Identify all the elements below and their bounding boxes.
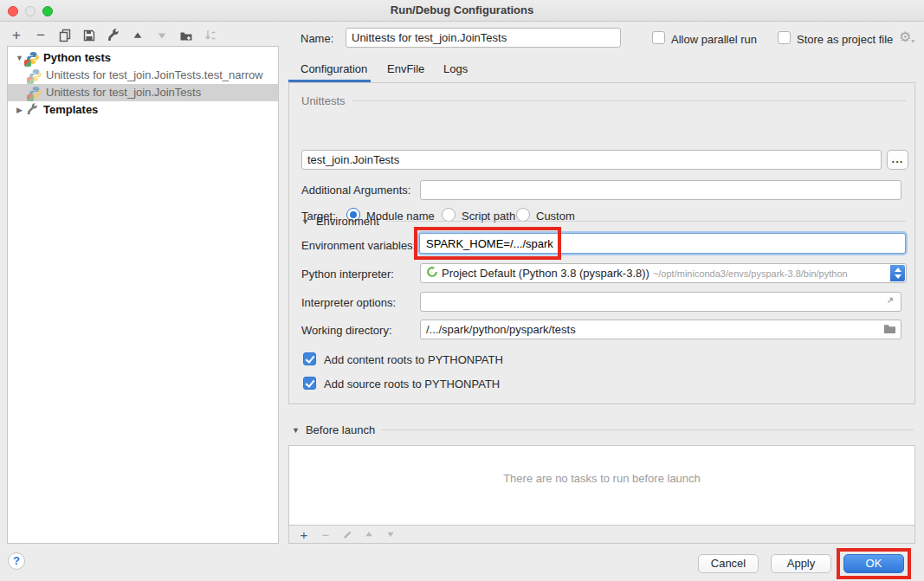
tree-item-templates[interactable]: ▶ Templates — [8, 101, 278, 119]
python-interpreter-label: Python interpreter: — [301, 268, 394, 281]
edit-task-icon[interactable] — [340, 527, 354, 541]
unittests-group-header: Unittests — [301, 94, 906, 107]
environment-variables-input[interactable] — [419, 233, 906, 254]
copy-configuration-icon[interactable] — [55, 26, 74, 45]
store-settings-gear-icon[interactable]: ⚙▾ — [899, 29, 914, 45]
tree-item-label: Templates — [43, 101, 98, 119]
working-directory-input[interactable] — [420, 320, 901, 339]
tab-configuration[interactable]: Configuration — [300, 59, 367, 80]
move-down-icon[interactable] — [152, 26, 171, 45]
environment-variables-label: Environment variables: — [301, 239, 416, 252]
edit-templates-wrench-icon[interactable] — [104, 26, 123, 45]
save-configuration-icon[interactable] — [80, 26, 99, 45]
add-source-roots-label: Add source roots to PYTHONPATH — [324, 378, 500, 391]
module-name-input[interactable] — [301, 150, 882, 170]
move-task-down-icon[interactable] — [384, 527, 397, 541]
tree-item-unittests-jointests[interactable]: Unittests for test_join.JoinTests — [8, 84, 278, 101]
before-launch-empty-text: There are no tasks to run before launch — [289, 472, 914, 485]
python-interpreter-select[interactable]: Project Default (Python 3.8 (pyspark-3.8… — [420, 263, 907, 283]
working-directory-label: Working directory: — [301, 324, 392, 337]
help-button[interactable]: ? — [8, 552, 25, 570]
add-content-roots-checkbox[interactable] — [303, 352, 316, 365]
run-debug-configurations-dialog: Run/Debug Configurations + − ▼ — [0, 0, 924, 581]
configurations-toolbar: + − — [7, 25, 220, 46]
environment-group-header[interactable]: ▼ Environment — [301, 215, 906, 228]
add-source-roots-checkbox[interactable] — [303, 377, 316, 390]
python-tests-icon — [26, 51, 40, 65]
test-overlay-icon — [27, 77, 34, 84]
templates-wrench-icon — [26, 103, 40, 117]
apply-button[interactable]: Apply — [771, 554, 831, 573]
tab-envfile[interactable]: EnvFile — [387, 59, 424, 80]
cancel-button[interactable]: Cancel — [698, 554, 759, 573]
window-title: Run/Debug Configurations — [0, 3, 924, 16]
titlebar: Run/Debug Configurations — [0, 0, 924, 22]
interpreter-options-input[interactable] — [420, 292, 901, 312]
tree-item-label: Unittests for test_join.JoinTests — [46, 84, 201, 101]
expanded-arrow-icon[interactable]: ▼ — [15, 49, 24, 67]
unittests-group-label: Unittests — [301, 94, 346, 107]
name-input[interactable] — [346, 28, 621, 48]
python-test-icon — [29, 86, 42, 100]
name-label: Name: — [300, 32, 333, 45]
collapse-environment-icon[interactable]: ▼ — [301, 217, 309, 226]
store-as-project-file-checkbox[interactable] — [778, 31, 791, 44]
tree-item-python-tests[interactable]: ▼ Python tests — [8, 49, 278, 67]
python-test-icon — [29, 68, 42, 82]
interpreter-dropdown-stepper[interactable] — [890, 265, 905, 281]
move-up-icon[interactable] — [128, 26, 147, 45]
ok-button[interactable]: OK — [843, 554, 904, 573]
test-overlay-icon — [27, 94, 34, 101]
remove-configuration-icon[interactable]: − — [31, 26, 50, 45]
sort-configurations-icon[interactable] — [201, 26, 220, 45]
browse-module-button[interactable]: ... — [887, 150, 908, 170]
add-content-roots-label: Add content roots to PYTHONPATH — [324, 353, 503, 366]
expand-field-icon[interactable] — [885, 295, 895, 308]
collapsed-arrow-icon[interactable]: ▶ — [15, 101, 24, 119]
move-task-up-icon[interactable] — [362, 527, 376, 541]
interpreter-path: ~/opt/miniconda3/envs/pyspark-3.8/bin/py… — [653, 268, 848, 279]
remove-task-icon[interactable]: − — [319, 527, 333, 541]
tree-item-label: Unittests for test_join.JoinTests.test_n… — [46, 67, 263, 84]
environment-group-label: Environment — [316, 215, 379, 228]
tree-item-unittests-test-narrow[interactable]: Unittests for test_join.JoinTests.test_n… — [8, 67, 278, 84]
tree-item-label: Python tests — [43, 49, 111, 67]
collapse-before-launch-icon[interactable]: ▼ — [292, 426, 300, 435]
add-configuration-icon[interactable]: + — [7, 26, 26, 45]
allow-parallel-run-label: Allow parallel run — [671, 33, 757, 46]
browse-folder-icon[interactable] — [883, 323, 896, 337]
before-launch-toolbar: + − — [288, 526, 915, 544]
before-launch-label: Before launch — [306, 423, 375, 436]
test-overlay-icon — [24, 60, 31, 67]
configurations-tree: ▼ Python tests Unittests for test_join.J… — [7, 46, 279, 544]
interpreter-value: Project Default (Python 3.8 (pyspark-3.8… — [442, 267, 649, 280]
tab-logs[interactable]: Logs — [443, 59, 468, 80]
before-launch-task-list: There are no tasks to run before launch — [288, 445, 915, 526]
interpreter-options-label: Interpreter options: — [301, 296, 396, 309]
gear-dropdown-arrow-icon: ▾ — [911, 37, 914, 45]
add-task-icon[interactable]: + — [297, 527, 311, 541]
additional-arguments-label: Additional Arguments: — [301, 184, 410, 197]
create-folder-icon[interactable] — [177, 26, 196, 45]
before-launch-header[interactable]: ▼ Before launch — [292, 423, 914, 436]
interpreter-env-icon — [426, 266, 438, 281]
store-as-project-file-label: Store as project file — [797, 33, 893, 46]
additional-arguments-input[interactable] — [420, 180, 901, 200]
allow-parallel-run-checkbox[interactable] — [652, 31, 665, 44]
